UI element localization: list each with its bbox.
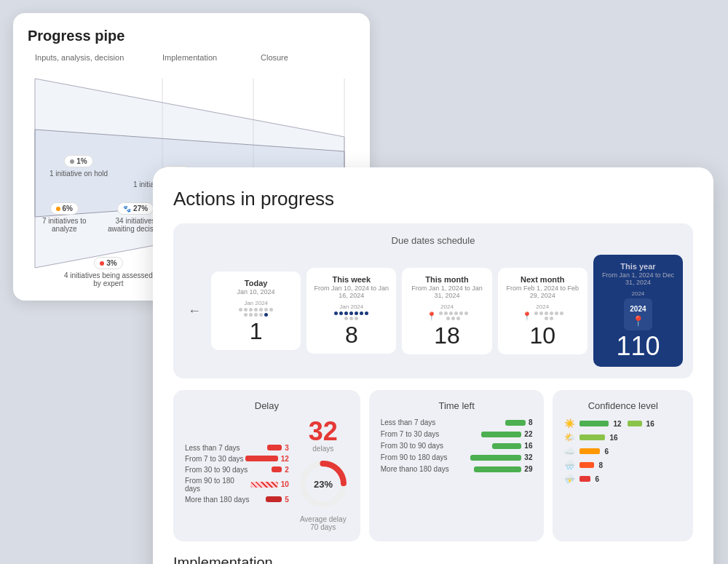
- conf-bar-0a: [579, 421, 609, 426]
- actions-title: Actions in progress: [173, 188, 693, 210]
- cal-this-year: 2024 2024 📍: [624, 290, 652, 330]
- actions-card: Actions in progress Due dates schedule ←…: [153, 167, 713, 564]
- time-left-content: Less than 7 days 8 From 7 to 30 days 22 …: [381, 418, 533, 473]
- conf-row-4: ⛈️ 6: [564, 474, 681, 484]
- due-dates-row: ← Today Jan 10, 2024 Jan 2024 1: [183, 255, 683, 367]
- stats-row: Delay Less than 7 days 3 From 7 to 30 da…: [173, 390, 693, 541]
- time-bar-2: [492, 443, 521, 449]
- time-bar-1: [481, 432, 521, 437]
- conf-row-3: 🌧️ 8: [564, 460, 681, 470]
- conf-icon-3: 🌧️: [564, 460, 575, 470]
- time-row-2: From 30 to 90 days 16: [381, 442, 533, 450]
- implementation-title: Implementation: [173, 555, 693, 564]
- delay-bar-3: [250, 482, 278, 488]
- progress-pipe-title: Progress pipe: [28, 28, 355, 44]
- conf-bar-1a: [579, 434, 605, 440]
- due-date-next-month[interactable]: Next month From Feb 1, 2024 to Feb 29, 2…: [498, 268, 587, 354]
- conf-bar-2a: [579, 448, 600, 454]
- conf-row-1: 🌤️ 16: [564, 432, 681, 442]
- time-left-title: Time left: [381, 400, 533, 411]
- delay-card: Delay Less than 7 days 3 From 7 to 30 da…: [173, 390, 360, 541]
- conf-row-0: ☀️ 12 16: [564, 418, 681, 429]
- delay-bar-2: [272, 466, 282, 472]
- conf-icon-1: 🌤️: [564, 432, 575, 442]
- conf-icon-0: ☀️: [564, 418, 575, 429]
- time-left-card: Time left Less than 7 days 8 From 7 to 3…: [369, 390, 545, 541]
- delay-row-3: From 90 to 180 days 10: [185, 477, 289, 493]
- pipe-stat-s1: 1% 1 initiative on hold: [50, 155, 108, 178]
- delay-bar-0: [267, 445, 282, 450]
- col-label-closure: Closure: [261, 53, 288, 62]
- conf-bar-4a: [579, 476, 590, 482]
- confidence-content: ☀️ 12 16 🌤️ 16: [564, 418, 681, 484]
- cal-this-month: 2024 📍: [427, 303, 468, 321]
- time-row-3: From 90 to 180 days 32: [381, 453, 533, 461]
- time-bar-0: [505, 420, 526, 426]
- conf-bar-0b: [628, 421, 642, 426]
- time-row-1: From 7 to 30 days 22: [381, 430, 533, 438]
- time-row-4: More thano 180 days 29: [381, 465, 533, 473]
- svg-text:23%: 23%: [314, 479, 333, 490]
- due-date-this-year[interactable]: This year From Jan 1, 2024 to Dec 31, 20…: [593, 255, 683, 367]
- donut-chart: 23%: [298, 458, 349, 509]
- delay-row-2: From 30 to 90 days 2: [185, 466, 289, 474]
- pipe-stat-s3: 6% 7 initiatives toanalyze: [42, 202, 87, 233]
- due-dates-section: Due dates schedule ← Today Jan 10, 2024 …: [173, 223, 693, 378]
- conf-bar-3a: [579, 462, 594, 468]
- delay-list: Less than 7 days 3 From 7 to 30 days 12: [185, 444, 289, 507]
- cal-this-week: Jan 2024: [333, 303, 371, 320]
- time-bar-3: [470, 455, 521, 461]
- conf-icon-2: ☁️: [564, 446, 575, 456]
- due-date-today[interactable]: Today Jan 10, 2024 Jan 2024 1: [211, 271, 301, 350]
- time-bar-4: [474, 466, 521, 472]
- delay-total: 32 delays 23% Average delay 70 days: [298, 418, 349, 531]
- conf-row-2: ☁️ 6: [564, 446, 681, 456]
- due-date-this-week[interactable]: This week From Jan 10, 2024 to Jan 16, 2…: [306, 268, 396, 354]
- delay-title: Delay: [185, 400, 349, 411]
- donut-wrap: 23%: [298, 458, 349, 512]
- cal-next-month: 2024 📍: [522, 303, 563, 321]
- due-date-this-month[interactable]: This month From Jan 1, 2024 to Jan 31, 2…: [402, 268, 491, 354]
- delay-bar-4: [266, 496, 282, 502]
- delay-row-1: From 7 to 30 days 12: [185, 455, 289, 463]
- prev-arrow[interactable]: ←: [183, 301, 205, 322]
- confidence-title: Confidence level: [564, 400, 681, 411]
- delay-row-0: Less than 7 days 3: [185, 444, 289, 452]
- col-label-inputs: Inputs, analysis, decision: [35, 53, 124, 62]
- confidence-card: Confidence level ☀️ 12 16 🌤️: [553, 390, 693, 541]
- pipe-stat-s5: 3% 4 initiatives being assessedby expert: [64, 257, 153, 287]
- time-row-0: Less than 7 days 8: [381, 418, 533, 426]
- delay-content: Less than 7 days 3 From 7 to 30 days 12: [185, 418, 349, 531]
- delay-bar-1: [245, 456, 278, 461]
- delay-row-4: More than 180 days 5: [185, 496, 289, 504]
- conf-icon-4: ⛈️: [564, 474, 575, 484]
- col-label-implementation: Implementation: [162, 53, 217, 62]
- cal-today: Jan 2024: [237, 300, 275, 317]
- due-dates-header: Due dates schedule: [183, 235, 683, 246]
